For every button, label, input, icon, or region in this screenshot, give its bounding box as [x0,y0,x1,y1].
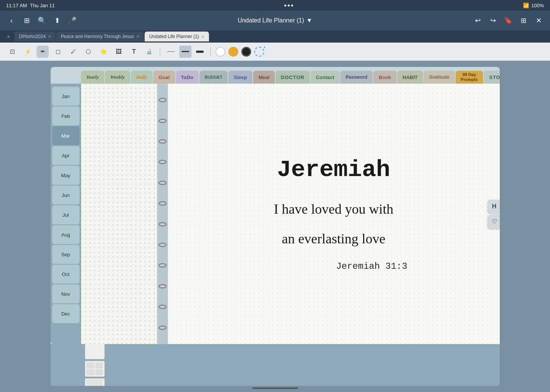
bookmark-button[interactable]: 🔖 [503,15,513,26]
tab-close-dpboho[interactable]: ✕ [48,35,51,39]
tab-goal[interactable]: Goal [153,71,175,84]
thick-line-button[interactable] [194,46,206,58]
month-sep[interactable]: Sep [52,245,80,264]
lasso-tool-button[interactable]: ⬡ [82,46,94,58]
undo-button[interactable]: ↩ [472,15,483,26]
black-color-swatch[interactable] [241,47,251,57]
main-content: Yearly Weekly Daily Goal ToDo BUDGET Sle… [0,61,550,392]
tab-password[interactable]: Password [340,71,373,84]
toolbar-divider-2 [210,47,211,56]
spiral-ring-11 [158,305,167,309]
white-color-swatch[interactable] [215,47,225,57]
month-feb[interactable]: Feb [52,106,80,125]
search-button[interactable]: 🔍 [37,15,47,26]
text-tool-button[interactable]: T [128,46,140,58]
tab-weekly[interactable]: Weekly [105,71,130,84]
month-apr[interactable]: Apr [52,146,80,165]
close-button[interactable]: ✕ [533,15,544,26]
toolbar: ⊡ ⚡ ✒ ◻ 🖊 ⬡ ⭐ 🖼 T 🔬 [0,43,550,61]
thumb-page-3[interactable] [85,378,105,386]
month-sidebar: Jan Feb Mar Apr May Jun Jul Aug Sep Oct … [51,84,81,344]
tab-daily[interactable]: Daily [131,71,153,84]
thumb-page-2[interactable] [85,361,105,377]
tab-contact[interactable]: Contact [311,71,340,84]
thumb-page-1[interactable] [85,343,105,359]
pen-tool-button[interactable]: ✒ [37,46,49,58]
spiral-ring-6 [158,201,167,206]
spiral-ring-4 [158,160,167,164]
month-mar[interactable]: Mar [52,126,80,145]
tab-dpboho[interactable]: DPboho2024 ✕ [14,32,56,41]
home-indicator [252,387,298,389]
highlighter-tool-button[interactable]: 🖊 [67,46,79,58]
month-aug[interactable]: Aug [52,225,80,244]
planner-body: Jan Feb Mar Apr May Jun Jul Aug Sep Oct … [51,84,500,344]
image-tool-button[interactable]: 🖼 [113,46,125,58]
month-jan[interactable]: Jan [52,87,80,106]
month-nov[interactable]: Nov [52,284,80,303]
grid-view-button[interactable]: ⊞ [21,15,32,26]
medium-line-button[interactable] [179,46,191,58]
tab-doctor[interactable]: DOCTOR [276,71,310,84]
month-oct[interactable]: Oct [52,265,80,284]
spiral-ring-7 [158,222,167,227]
spiral-ring-5 [158,181,167,185]
tab-story[interactable]: STORY [484,71,499,84]
thin-line-button[interactable] [165,46,177,58]
side-tab-heart[interactable]: ♡ [488,215,500,229]
tab-peace[interactable]: Peace and Harmony Through Jesus ✕ [56,32,144,41]
status-dot-2 [288,5,290,6]
spiral-ring-1 [158,98,167,102]
tabs-bar: + DPboho2024 ✕ Peace and Harmony Through… [0,30,550,43]
tab-close-peace[interactable]: ✕ [136,35,139,39]
month-may[interactable]: May [52,166,80,185]
month-dec[interactable]: Dec [52,304,80,323]
tab-yearly[interactable]: Yearly [81,71,104,84]
spiral-ring-2 [158,119,167,123]
tab-close-undated[interactable]: ✕ [201,35,204,39]
title-center: Undated Life Planner (1) ▼ [238,17,312,24]
main-note-page[interactable]: Jeremiah I have loved you with an everla… [168,84,500,344]
month-jul[interactable]: Jul [52,205,80,224]
shape-tool-button[interactable]: ⭐ [97,46,110,58]
eraser-tool-button[interactable]: ◻ [52,46,64,58]
spiral-ring-8 [158,243,167,247]
tab-meal[interactable]: Meal [253,71,275,84]
scan-tool-button[interactable]: ⊡ [6,46,18,58]
bluetooth-button[interactable]: ⚡ [21,46,33,58]
document-title: Undated Life Planner (1) [238,17,304,24]
tab-habit[interactable]: HABIT [397,71,423,84]
notebook-area: Jeremiah I have loved you with an everla… [81,84,500,344]
title-bar: ‹ ⊞ 🔍 ⬆ 🎤 Undated Life Planner (1) ▼ ↩ ↪… [0,11,550,30]
back-button[interactable]: ‹ [6,15,17,26]
tab-todo[interactable]: ToDo [176,71,199,84]
dropdown-arrow[interactable]: ▼ [306,17,312,24]
verse-reference: Jeremiah 31:3 [336,261,407,271]
month-jun[interactable]: Jun [52,186,80,205]
redo-button[interactable]: ↪ [488,15,498,26]
tab-sleep[interactable]: Sleep [228,71,252,84]
spiral-ring-9 [158,263,167,268]
gold-color-swatch[interactable] [228,47,238,57]
mic-button[interactable]: 🎤 [67,15,78,26]
new-tab-button[interactable]: + [3,31,14,42]
eyedropper-tool-button[interactable]: 🔬 [143,46,155,58]
tab-budget[interactable]: BUDGET [199,71,228,84]
time-display: 11:17 AM [6,3,27,8]
status-bar: 11:17 AM Thu Jan 11 📶 100% [0,0,550,11]
line-thickness-controls [165,46,206,58]
share-button[interactable]: ⬆ [52,15,62,26]
side-tab-h[interactable]: H [488,200,500,213]
planner-tab-bar: Yearly Weekly Daily Goal ToDo BUDGET Sle… [51,67,500,84]
tab-label: DPboho2024 [19,34,46,39]
add-color-swatch[interactable] [254,47,264,57]
tab-99day[interactable]: 99 DayPrompts [456,71,483,84]
verse-line-2: an everlasting love [260,228,407,250]
add-page-button[interactable]: ⊞ [518,15,529,26]
tab-book[interactable]: Book [373,71,397,84]
tab-gratitude[interactable]: Gratitude [424,71,454,84]
tab-undated[interactable]: Undated Life Planner (1) ✕ [145,32,209,41]
tab-label: Peace and Harmony Through Jesus [61,34,134,39]
dot-grid-left [81,84,157,344]
thumbnail-strip [51,344,500,386]
